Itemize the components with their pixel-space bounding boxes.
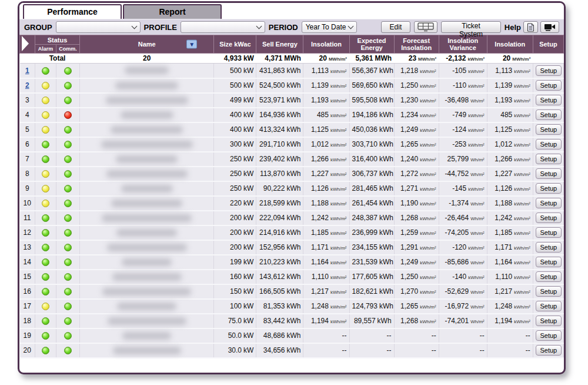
setup-button[interactable]: Setup: [536, 139, 562, 150]
row-number-link[interactable]: 2: [25, 81, 29, 89]
header-insolation-2: Insolation: [487, 35, 533, 54]
setup-button[interactable]: Setup: [536, 198, 562, 208]
comm-led-green-icon: [64, 317, 72, 325]
insolation-2-cell: 1,139kWh/m²: [487, 78, 533, 93]
comm-led-cell: [56, 196, 80, 211]
expected-energy-cell: 194,186kWh: [349, 108, 394, 122]
site-name-redacted: [112, 273, 182, 281]
help-video-button[interactable]: [540, 21, 559, 33]
setup-button[interactable]: Setup: [536, 345, 562, 356]
sort-dropdown-button[interactable]: ▼: [186, 40, 197, 49]
setup-button[interactable]: Setup: [536, 330, 562, 341]
insolation-cell: 1,266kWh/m²: [303, 152, 349, 167]
size-kwac-cell: 220kW: [214, 196, 256, 211]
size-kwac-cell: 200kW: [214, 240, 256, 255]
comm-led-cell: [56, 328, 80, 343]
comm-led-cell: [56, 137, 80, 152]
row-number-cell: 17: [20, 299, 35, 314]
setup-cell: Setup: [533, 299, 563, 314]
row-number-cell: 19: [20, 328, 35, 343]
setup-button[interactable]: Setup: [536, 124, 562, 135]
expected-energy-cell: 177,605kWh: [349, 270, 394, 284]
forecast-insolation-cell: 1,291kWh/m²: [394, 240, 439, 255]
alarm-led-cell: [35, 108, 56, 122]
setup-button[interactable]: Setup: [536, 168, 562, 179]
setup-cell: Setup: [533, 240, 563, 255]
setup-button[interactable]: Setup: [536, 257, 562, 267]
row-number-link[interactable]: 1: [25, 67, 29, 75]
setup-button[interactable]: Setup: [536, 183, 562, 194]
setup-button[interactable]: Setup: [536, 242, 562, 253]
table-body: 1500kW431,863kWh1,113kWh/m²556,367kWh1,2…: [20, 64, 564, 358]
setup-button[interactable]: Setup: [536, 80, 562, 91]
setup-cell: Setup: [533, 122, 563, 137]
header-insolation: Insolation: [303, 35, 349, 54]
setup-button[interactable]: Setup: [536, 271, 562, 282]
edit-button[interactable]: Edit: [381, 21, 411, 33]
tab-report[interactable]: Report: [123, 4, 222, 19]
setup-button[interactable]: Setup: [536, 301, 562, 311]
site-name-cell: [80, 196, 214, 211]
expected-energy-cell: --: [349, 328, 394, 343]
sell-energy-cell: 48,686kWh: [256, 328, 303, 343]
comm-led-cell: [56, 78, 80, 93]
setup-button[interactable]: Setup: [536, 213, 562, 223]
insolation-cell: --: [303, 328, 349, 343]
setup-cell: Setup: [533, 181, 563, 196]
alarm-led-cell: [35, 299, 56, 314]
setup-button[interactable]: Setup: [536, 316, 562, 326]
comm-led-cell: [56, 181, 80, 196]
ticket-system-button[interactable]: Ticket System: [441, 21, 501, 33]
setup-button[interactable]: Setup: [536, 286, 562, 297]
insolation-variance-cell: --: [439, 343, 487, 358]
insolation-2-cell: 1,266kWh/m²: [487, 152, 533, 167]
site-name-cell: [80, 181, 214, 196]
site-name-cell: [80, 299, 214, 314]
comm-led-cell: [56, 284, 80, 299]
performance-monitor-window: Performance Report GROUP PROFILE PERIOD …: [18, 1, 566, 374]
insolation-2-cell: 1,193kWh/m²: [487, 93, 533, 108]
forecast-insolation-cell: 1,271kWh/m²: [394, 181, 439, 196]
grid-view-button[interactable]: [414, 21, 437, 33]
table-row: 1875.0kW83,442kWh1,194kWh/m²89,557kWh1,2…: [20, 314, 564, 328]
site-name-redacted: [117, 303, 176, 310]
site-name-cell: [80, 64, 214, 78]
forecast-insolation-cell: 1,230kWh/m²: [394, 93, 439, 108]
expected-energy-cell: 281,465kWh: [349, 181, 394, 196]
forecast-insolation-cell: --: [394, 328, 439, 343]
period-select[interactable]: Year To Date: [302, 21, 357, 33]
row-number-cell: 9: [20, 181, 35, 196]
site-name-redacted: [111, 200, 182, 207]
size-kwac-cell: 500kW: [214, 64, 256, 78]
insolation-variance-cell: --: [439, 328, 487, 343]
tab-performance[interactable]: Performance: [23, 4, 122, 19]
insolation-cell: 485kWh/m²: [303, 108, 349, 122]
insolation-variance-cell: -26,464Wh/m²: [439, 211, 487, 225]
setup-button[interactable]: Setup: [536, 109, 562, 120]
header-size-kwac: Size kWac: [214, 35, 256, 54]
setup-button[interactable]: Setup: [536, 154, 562, 164]
insolation-variance-cell: -74,201Wh/m²: [439, 314, 487, 328]
setup-button[interactable]: Setup: [536, 65, 562, 76]
comm-led-red-icon: [64, 111, 72, 119]
setup-cell: Setup: [533, 314, 563, 328]
alarm-led-green-icon: [42, 258, 49, 266]
site-name-redacted: [115, 82, 178, 89]
comm-led-cell: [56, 122, 80, 137]
forecast-insolation-cell: 1,265kWh/m²: [394, 299, 439, 314]
help-document-button[interactable]: [523, 21, 538, 33]
comm-led-green-icon: [64, 67, 72, 75]
profile-select[interactable]: [181, 21, 265, 33]
alarm-led-yellow-icon: [42, 170, 49, 178]
header-status: Status: [35, 35, 80, 45]
setup-button[interactable]: Setup: [536, 227, 562, 238]
forecast-insolation-cell: 1,250kWh/m²: [394, 78, 439, 93]
site-name-redacted: [102, 288, 191, 296]
total-name-count: 20: [80, 54, 214, 64]
setup-button[interactable]: Setup: [536, 95, 562, 105]
alarm-led-cell: [35, 93, 56, 108]
site-name-redacted: [108, 317, 186, 325]
group-select[interactable]: [56, 21, 141, 33]
site-name-redacted: [106, 97, 188, 104]
alarm-led-cell: [35, 314, 56, 328]
